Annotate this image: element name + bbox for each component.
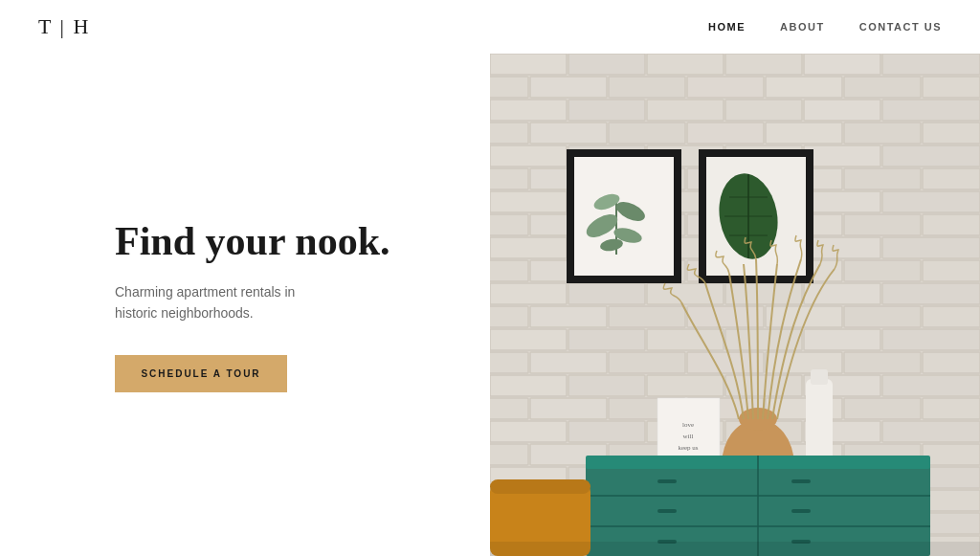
hero-headline: Find your nook. (115, 217, 490, 265)
svg-rect-111 (490, 444, 528, 465)
svg-rect-21 (530, 122, 607, 144)
svg-rect-98 (490, 398, 528, 419)
svg-rect-8 (530, 77, 607, 98)
hero-image: love will keep us alive (490, 54, 980, 556)
svg-rect-5 (804, 54, 880, 75)
main-content: Find your nook. Charming apartment renta… (0, 54, 980, 556)
svg-rect-173 (657, 479, 677, 483)
svg-rect-87 (609, 352, 685, 373)
svg-rect-75 (687, 306, 764, 327)
hero-left: Find your nook. Charming apartment renta… (0, 54, 490, 556)
svg-rect-44 (804, 191, 880, 212)
svg-rect-17 (725, 100, 802, 121)
svg-rect-106 (568, 421, 645, 442)
svg-rect-2 (568, 54, 645, 75)
svg-rect-59 (490, 260, 528, 281)
svg-rect-12 (844, 77, 921, 98)
svg-rect-80 (568, 329, 645, 350)
svg-rect-174 (791, 479, 811, 483)
svg-rect-79 (490, 329, 567, 350)
svg-rect-25 (844, 122, 921, 144)
svg-rect-72 (490, 306, 528, 327)
svg-rect-22 (609, 122, 685, 144)
svg-rect-57 (804, 237, 880, 258)
svg-rect-3 (647, 54, 724, 75)
svg-rect-39 (923, 168, 980, 189)
svg-rect-11 (766, 77, 842, 98)
svg-rect-71 (882, 283, 980, 304)
svg-rect-99 (530, 398, 607, 419)
nav-link-contact[interactable]: CONTACT US (859, 21, 942, 33)
svg-rect-103 (844, 398, 921, 419)
svg-rect-180 (490, 479, 590, 494)
hero-right: love will keep us alive (490, 54, 980, 556)
svg-rect-10 (687, 77, 764, 98)
svg-rect-6 (882, 54, 980, 75)
svg-rect-73 (530, 306, 607, 327)
svg-rect-20 (490, 122, 528, 144)
svg-rect-175 (657, 509, 677, 513)
svg-rect-24 (766, 122, 842, 144)
svg-rect-51 (844, 214, 921, 235)
svg-rect-32 (882, 145, 980, 167)
svg-rect-64 (844, 260, 921, 281)
svg-text:love: love (682, 421, 694, 429)
schedule-tour-button[interactable]: SCHEDULE A TOUR (115, 355, 287, 392)
svg-rect-31 (804, 145, 880, 167)
svg-rect-26 (923, 122, 980, 144)
svg-rect-77 (844, 306, 921, 327)
svg-rect-40 (490, 191, 567, 212)
svg-rect-84 (882, 329, 980, 350)
svg-rect-86 (530, 352, 607, 373)
svg-rect-38 (844, 168, 921, 189)
svg-rect-97 (882, 375, 980, 396)
nav-link-about[interactable]: ABOUT (780, 21, 825, 33)
svg-rect-1 (490, 54, 567, 75)
svg-rect-9 (609, 77, 685, 98)
svg-rect-52 (923, 214, 980, 235)
svg-rect-7 (490, 77, 528, 98)
svg-rect-94 (647, 375, 724, 396)
svg-rect-27 (490, 145, 567, 167)
svg-rect-85 (490, 352, 528, 373)
svg-rect-58 (882, 237, 980, 258)
svg-rect-23 (687, 122, 764, 144)
svg-rect-66 (490, 283, 567, 304)
svg-rect-15 (568, 100, 645, 121)
svg-rect-81 (647, 329, 724, 350)
svg-rect-4 (725, 54, 802, 75)
svg-rect-176 (791, 509, 811, 513)
svg-rect-92 (490, 375, 567, 396)
svg-rect-117 (923, 444, 980, 465)
hero-subheadline: Charming apartment rentals in historic n… (115, 281, 325, 324)
svg-text:will: will (683, 433, 694, 440)
svg-rect-91 (923, 352, 980, 373)
svg-rect-130 (923, 490, 980, 511)
svg-rect-67 (568, 283, 645, 304)
svg-rect-93 (568, 375, 645, 396)
svg-rect-19 (882, 100, 980, 121)
main-nav: HOME ABOUT CONTACT US (708, 21, 942, 33)
svg-rect-88 (687, 352, 764, 373)
svg-rect-16 (647, 100, 724, 121)
site-logo: T | H (38, 14, 90, 39)
svg-rect-46 (490, 214, 528, 235)
svg-rect-53 (490, 237, 567, 258)
nav-link-home[interactable]: HOME (708, 21, 746, 33)
svg-rect-13 (923, 77, 980, 98)
svg-rect-78 (923, 306, 980, 327)
svg-text:keep us: keep us (678, 444, 698, 452)
svg-rect-45 (882, 191, 980, 212)
svg-rect-83 (804, 329, 880, 350)
svg-rect-68 (647, 283, 724, 304)
site-header: T | H HOME ABOUT CONTACT US (0, 0, 980, 54)
svg-rect-110 (882, 421, 980, 442)
svg-rect-167 (811, 369, 828, 385)
svg-rect-74 (609, 306, 685, 327)
svg-rect-105 (490, 421, 567, 442)
svg-rect-14 (490, 100, 567, 121)
svg-rect-65 (923, 260, 980, 281)
svg-rect-33 (490, 168, 528, 189)
svg-rect-18 (804, 100, 880, 121)
svg-rect-104 (923, 398, 980, 419)
